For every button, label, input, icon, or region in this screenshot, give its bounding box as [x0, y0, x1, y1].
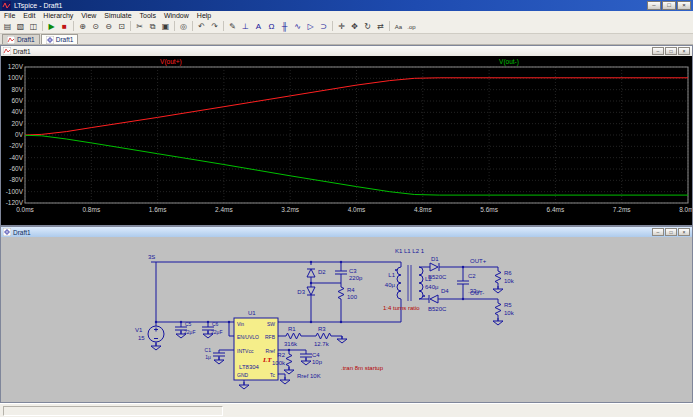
out-neg-label[interactable]: OUT-	[470, 290, 484, 296]
r2-value[interactable]: 100k	[272, 360, 286, 366]
minimize-button[interactable]: –	[647, 1, 661, 10]
wave-maximize-button[interactable]: □	[665, 47, 677, 55]
menu-edit[interactable]: Edit	[19, 11, 39, 20]
paste-icon[interactable]: ▣	[159, 21, 172, 33]
wave-minimize-button[interactable]: –	[652, 47, 664, 55]
l2-value[interactable]: 640μ	[425, 284, 439, 290]
tran-directive[interactable]: .tran 8m startup	[341, 365, 384, 371]
d4-name[interactable]: D4	[441, 288, 449, 294]
close-button[interactable]: ×	[677, 1, 691, 10]
redo-icon[interactable]: ↷	[208, 21, 221, 33]
zoom-full-icon[interactable]: ⊡	[115, 21, 128, 33]
drag-icon[interactable]: ✥	[348, 21, 361, 33]
schematic-window-titlebar[interactable]: Draft1 – □ ×	[1, 227, 692, 237]
ground-icon[interactable]: ⊥	[239, 21, 252, 33]
c6-name[interactable]: C6	[212, 321, 219, 327]
menu-view[interactable]: View	[77, 11, 100, 20]
c3-name[interactable]: C3	[349, 268, 357, 274]
tab-waveform-draft1[interactable]: Draft1	[2, 34, 40, 44]
capacitor-icon[interactable]: ╫	[278, 21, 291, 33]
waveform-window-titlebar[interactable]: Draft1 – □ ×	[1, 46, 692, 56]
schem-minimize-button[interactable]: –	[652, 228, 664, 236]
halt-icon[interactable]: ■	[58, 21, 71, 33]
schem-close-button[interactable]: ×	[678, 228, 690, 236]
c1-name[interactable]: C1	[205, 347, 212, 353]
trace-vout-minus[interactable]	[25, 135, 688, 195]
c6-value[interactable]: 22μF	[211, 329, 223, 335]
diode-icon[interactable]: ▷	[304, 21, 317, 33]
turns-ratio-note[interactable]: 1:4 turns ratio	[383, 305, 420, 311]
tab-schematic-draft1[interactable]: Draft1	[41, 34, 79, 44]
text-icon[interactable]: Aa	[392, 21, 405, 33]
out-pos-label[interactable]: OUT+	[470, 258, 487, 264]
net-label-icon[interactable]: A	[252, 21, 265, 33]
waveform-plot-svg[interactable]: 0.0ms0.8ms1.6ms2.4ms3.2ms4.0ms4.8ms5.6ms…	[1, 56, 692, 225]
waveform-plot[interactable]: 0.0ms0.8ms1.6ms2.4ms3.2ms4.0ms4.8ms5.6ms…	[1, 56, 692, 225]
component-icon[interactable]: ⊃	[317, 21, 330, 33]
d1-name[interactable]: D1	[431, 256, 439, 262]
spice-directive-icon[interactable]: .op	[405, 21, 418, 33]
trace-name-label[interactable]: V(out+)	[160, 58, 182, 66]
r6-value[interactable]: 10k	[504, 278, 515, 284]
v1-value[interactable]: 15	[138, 335, 145, 341]
r1-name[interactable]: R1	[288, 326, 296, 332]
new-schematic-icon[interactable]: ▤	[1, 21, 14, 33]
inductor-icon[interactable]: ∿	[291, 21, 304, 33]
d3-name[interactable]: D3	[297, 289, 305, 295]
resistor-icon[interactable]: Ω	[265, 21, 278, 33]
maximize-button[interactable]: □	[662, 1, 676, 10]
wave-close-button[interactable]: ×	[678, 47, 690, 55]
k-coupling-statement[interactable]: K1 L1 L2 1	[395, 248, 425, 254]
undo-icon[interactable]: ↶	[195, 21, 208, 33]
save-icon[interactable]: ◫	[27, 21, 40, 33]
find-icon[interactable]: ◎	[177, 21, 190, 33]
rref-note[interactable]: Rref 10K	[297, 373, 321, 379]
move-icon[interactable]: ✛	[335, 21, 348, 33]
r6-name[interactable]: R6	[504, 270, 512, 276]
c5-value[interactable]: 22μF	[184, 329, 196, 335]
u1-name[interactable]: U1	[248, 310, 256, 316]
c3-value[interactable]: 220p	[349, 275, 363, 281]
mirror-icon[interactable]: ⇄	[374, 21, 387, 33]
r4-value[interactable]: 100	[347, 294, 358, 300]
r3-value[interactable]: 12.7k	[314, 341, 330, 347]
rotate-icon[interactable]: ↻	[361, 21, 374, 33]
d2-name[interactable]: D2	[318, 269, 326, 275]
menu-window[interactable]: Window	[160, 11, 193, 20]
r4-name[interactable]: R4	[347, 287, 355, 293]
zoom-in-icon[interactable]: ⊕	[76, 21, 89, 33]
c2-name[interactable]: C2	[468, 273, 476, 279]
trace-name-label[interactable]: V(out-)	[499, 58, 519, 66]
zoom-out-icon[interactable]: ⊖	[102, 21, 115, 33]
copy-icon[interactable]: ⧉	[146, 21, 159, 33]
r3-name[interactable]: R3	[318, 326, 326, 332]
d1-value[interactable]: B520C	[428, 274, 447, 280]
zoom-back-icon[interactable]: ⊙	[89, 21, 102, 33]
d4-value[interactable]: B520C	[428, 306, 447, 312]
cut-icon[interactable]: ✂	[133, 21, 146, 33]
wire-icon[interactable]: ✎	[226, 21, 239, 33]
net-label-3s[interactable]: 3S	[148, 254, 155, 260]
schematic-drawing[interactable]: 3S V1 15 C5 22μF C6 22μF C1 1μ U1 Vin EN…	[1, 237, 692, 402]
r1-value[interactable]: 316k	[284, 341, 298, 347]
menu-file[interactable]: File	[0, 11, 19, 20]
l1-value[interactable]: 40μ	[385, 282, 396, 288]
r5-name[interactable]: R5	[504, 302, 512, 308]
schem-maximize-button[interactable]: □	[665, 228, 677, 236]
r2-name[interactable]: R2	[277, 352, 285, 358]
u1-part-number[interactable]: LT8304	[239, 364, 260, 370]
schematic-canvas[interactable]: 3S V1 15 C5 22μF C6 22μF C1 1μ U1 Vin EN…	[1, 237, 692, 402]
c4-name[interactable]: C4	[312, 352, 320, 358]
r5-value[interactable]: 10k	[504, 310, 515, 316]
c1-value[interactable]: 1μ	[205, 354, 211, 360]
menu-simulate[interactable]: Simulate	[100, 11, 135, 20]
v1-name[interactable]: V1	[135, 327, 143, 333]
open-icon[interactable]: ▧	[14, 21, 27, 33]
menu-hierarchy[interactable]: Hierarchy	[39, 11, 77, 20]
menu-help[interactable]: Help	[193, 11, 215, 20]
l1-name[interactable]: L1	[388, 272, 395, 278]
c4-value[interactable]: 10p	[312, 359, 323, 365]
menu-tools[interactable]: Tools	[136, 11, 160, 20]
c5-name[interactable]: C5	[185, 321, 192, 327]
run-icon[interactable]: ▶	[45, 21, 58, 33]
